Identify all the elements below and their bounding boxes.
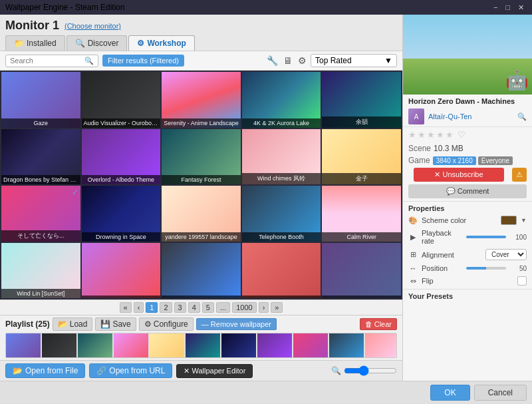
game-label: Game: [408, 156, 430, 165]
sort-label: Top Rated: [315, 56, 352, 65]
playlist-thumb[interactable]: [329, 333, 364, 358]
wallpaper-editor-button[interactable]: ✕ Wallpaper Editor: [176, 364, 253, 378]
wrench-icon[interactable]: 🔧: [267, 55, 278, 66]
filter-button[interactable]: Filter results (Filtered): [102, 55, 184, 67]
author-search-icon[interactable]: 🔍: [517, 112, 527, 121]
open-file-button[interactable]: 📂 Open from File: [5, 363, 85, 378]
comment-button[interactable]: 💬 Comment: [408, 184, 527, 198]
playlist-thumb[interactable]: [150, 333, 184, 358]
playlist-thumb[interactable]: [257, 333, 292, 358]
playlist-save-button[interactable]: 💾 Save: [95, 317, 136, 331]
grid-label: [162, 296, 241, 298]
grid-label: 金子: [322, 173, 401, 184]
clear-playlist-button[interactable]: 🗑 Clear: [360, 318, 397, 330]
color-swatch[interactable]: [501, 216, 517, 225]
grid-item[interactable]: Fantasy Forest: [162, 129, 241, 185]
playback-rate-label: Playback rate: [422, 229, 462, 245]
page-5-button[interactable]: 5: [202, 302, 214, 313]
star-3[interactable]: ★: [427, 130, 435, 140]
titlebar-controls: − □ ✕: [491, 3, 527, 12]
grid-item[interactable]: Overlord - Albedo Theme: [82, 129, 161, 185]
grid-item[interactable]: Serenity - Anime Landscape: [162, 72, 241, 128]
ok-button[interactable]: OK: [430, 385, 469, 401]
grid-item[interactable]: [322, 243, 401, 299]
playlist-thumb[interactable]: [42, 333, 76, 358]
next-page-button[interactable]: ›: [259, 302, 269, 313]
color-arrow-icon[interactable]: ▼: [521, 217, 527, 224]
save-label: Save: [112, 319, 130, 329]
last-page-button[interactable]: »: [271, 302, 283, 313]
page-4-button[interactable]: 4: [188, 302, 200, 313]
tab-installed[interactable]: 📁 Installed: [5, 35, 65, 51]
grid-item[interactable]: 4K & 2K Aurora Lake: [242, 72, 321, 128]
rating-badge: Everyone: [478, 156, 513, 165]
unsubscribe-button[interactable]: ✕ Unsubscribe: [414, 168, 504, 182]
grid-item[interactable]: [162, 243, 241, 299]
grid-item[interactable]: Telephone Booth: [242, 186, 321, 242]
grid-label: そして亡くなら...: [1, 230, 80, 242]
grid-item[interactable]: 余韻: [322, 72, 401, 128]
sort-dropdown[interactable]: Top Rated ▼: [311, 54, 397, 67]
grid-item[interactable]: yandere 199557 landscape: [162, 186, 241, 242]
flip-checkbox[interactable]: [517, 276, 527, 286]
grid-label: 4K & 2K Aurora Lake: [242, 118, 321, 128]
monitor-icon[interactable]: 🖥: [283, 55, 293, 66]
playlist-thumb[interactable]: [78, 333, 112, 358]
playlist-header: Playlist (25) 📂 Load 💾 Save ⚙ Configure …: [5, 317, 397, 331]
star-5[interactable]: ★: [446, 130, 454, 140]
position-slider[interactable]: [466, 267, 507, 270]
playlist-thumb[interactable]: [114, 333, 148, 358]
grid-item[interactable]: Gaze: [1, 72, 80, 128]
zoom-slider[interactable]: [344, 365, 397, 376]
grid-item[interactable]: [82, 243, 161, 299]
prev-page-button[interactable]: ‹: [134, 302, 144, 313]
grid-label: [82, 296, 161, 298]
grid-item[interactable]: Drowning in Space: [82, 186, 161, 242]
cancel-button[interactable]: Cancel: [474, 385, 527, 401]
search-input[interactable]: [10, 57, 84, 65]
playback-rate-row: ▶ Playback rate 100: [403, 227, 532, 247]
playlist-thumb[interactable]: [186, 333, 220, 358]
grid-item[interactable]: [242, 243, 321, 299]
playlist-thumb[interactable]: [293, 333, 328, 358]
first-page-button[interactable]: «: [120, 302, 132, 313]
playlist-load-button[interactable]: 📂 Load: [53, 317, 93, 331]
author-name[interactable]: Altaïr-Qu-Ten: [428, 112, 471, 120]
minimize-button[interactable]: −: [491, 3, 500, 12]
star-4[interactable]: ★: [436, 130, 444, 140]
page-1-button[interactable]: 1: [146, 302, 158, 313]
alignment-dropdown[interactable]: Cover Fit Stretch Center: [485, 249, 527, 260]
grid-item[interactable]: Calm River: [322, 186, 401, 242]
heart-button[interactable]: ♡: [458, 130, 466, 140]
titlebar: Wallpaper Engine - Steam Edition − □ ✕: [0, 0, 532, 15]
search-box[interactable]: 🔍: [5, 55, 98, 67]
close-button[interactable]: ✕: [515, 3, 527, 12]
choose-monitor-link[interactable]: (Choose monitor): [65, 22, 121, 30]
grid-item[interactable]: Audio Visualizer - Ouroboros & Nike Figu…: [82, 72, 161, 128]
star-1[interactable]: ★: [408, 130, 416, 140]
grid-item[interactable]: ✓ そして亡くなら...: [1, 186, 80, 242]
playlist-thumb[interactable]: [221, 333, 256, 358]
grid-label: [322, 296, 401, 298]
tab-workshop[interactable]: ⚙ Workshop: [128, 35, 194, 51]
grid-item[interactable]: Wind Lin [SunSet]: [1, 243, 80, 299]
grid-item[interactable]: Wind chimes 风铃: [242, 129, 321, 185]
playlist-thumb[interactable]: [6, 333, 41, 358]
open-url-button[interactable]: 🔗 Open from URL: [89, 363, 172, 378]
tab-workshop-label: Workshop: [147, 39, 186, 48]
warn-button[interactable]: ⚠: [512, 168, 527, 182]
tab-discover[interactable]: 🔍 Discover: [66, 35, 128, 51]
playback-rate-slider[interactable]: [466, 236, 507, 238]
playlist-configure-button[interactable]: ⚙ Configure: [139, 317, 194, 331]
grid-item[interactable]: Dragon Bones by Stefan Koidl: [1, 129, 80, 185]
playlist-thumb[interactable]: [365, 333, 397, 358]
page-2-button[interactable]: 2: [160, 302, 172, 313]
gear-icon[interactable]: ⚙: [298, 55, 307, 66]
page-3-button[interactable]: 3: [174, 302, 186, 313]
remove-wallpaper-button[interactable]: — Remove wallpaper: [196, 318, 277, 330]
maximize-button[interactable]: □: [503, 3, 513, 12]
grid-item[interactable]: 金子: [322, 129, 401, 185]
star-2[interactable]: ★: [418, 130, 426, 140]
page-1000-button[interactable]: 1000: [232, 302, 256, 313]
url-icon: 🔗: [96, 366, 106, 375]
